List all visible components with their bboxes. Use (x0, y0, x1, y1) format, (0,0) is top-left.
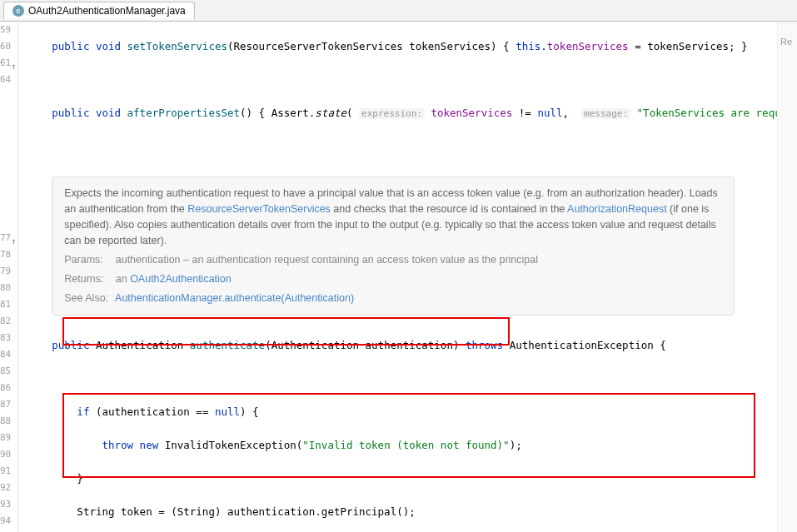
javadoc-popup: Expects the incoming authentication requ… (52, 177, 735, 316)
doc-returns: Returns: an OAuth2Authentication (64, 271, 722, 287)
code-line[interactable] (52, 72, 797, 88)
gutter-line[interactable]: 87 (0, 396, 11, 413)
code-area[interactable]: public void setTokenServices(ResourceSer… (18, 22, 797, 532)
gutter-line[interactable]: 61↑ (0, 55, 11, 72)
gutter-line[interactable]: 90 (0, 446, 11, 463)
gutter-doc-space (0, 88, 11, 230)
param-hint: message: (581, 108, 630, 119)
code-line[interactable] (52, 138, 797, 155)
gutter-line[interactable]: 86 (0, 380, 11, 396)
gutter-line[interactable]: 93 (0, 496, 11, 513)
gutter-line[interactable]: 85 (0, 363, 11, 380)
gutter-line[interactable]: 83 (0, 330, 11, 346)
gutter-line[interactable]: 94 (0, 513, 11, 530)
override-marker-icon[interactable]: ↑ (7, 58, 16, 67)
code-line[interactable] (52, 370, 797, 387)
doc-link[interactable]: AuthenticationManager.authenticate(Authe… (115, 292, 354, 304)
code-line[interactable]: throw new InvalidTokenException("Invalid… (52, 437, 797, 454)
doc-params: Params: authentication – an authenticati… (64, 252, 722, 268)
code-line[interactable]: String token = (String) authentication.g… (52, 504, 797, 520)
gutter-line[interactable]: 78 (0, 246, 11, 263)
gutter-line[interactable]: 77↑ (0, 230, 11, 246)
gutter-line[interactable]: 80 (0, 280, 11, 296)
gutter-line[interactable]: 81 (0, 296, 11, 313)
reader-mode-tag[interactable]: Re (780, 37, 792, 47)
code-line[interactable]: public void afterPropertiesSet() { Asser… (52, 105, 797, 122)
doc-see-also: See Also: AuthenticationManager.authenti… (64, 291, 722, 306)
gutter: 59 60 61↑ 64 77↑ 78 79 80 81 82 83 84 85… (0, 22, 18, 532)
gutter-line[interactable]: 84 (0, 346, 11, 363)
gutter-line[interactable]: 60 (0, 38, 11, 55)
editor: 59 60 61↑ 64 77↑ 78 79 80 81 82 83 84 85… (0, 22, 797, 532)
gutter-line[interactable]: 91 (0, 463, 11, 480)
doc-link[interactable]: AuthorizationRequest (567, 203, 667, 215)
code-line[interactable]: public Authentication authenticate(Authe… (52, 337, 797, 354)
doc-link[interactable]: OAuth2Authentication (130, 273, 232, 285)
tab-bar: c OAuth2AuthenticationManager.java (0, 0, 797, 22)
doc-link[interactable]: ResourceServerTokenServices (187, 203, 331, 215)
gutter-line[interactable]: 88 (0, 413, 11, 430)
gutter-line[interactable]: 89 (0, 430, 11, 446)
tab-filename: OAuth2AuthenticationManager.java (28, 5, 186, 17)
gutter-line[interactable]: 92 (0, 480, 11, 496)
tab-active[interactable]: c OAuth2AuthenticationManager.java (3, 2, 195, 19)
param-hint: expression: (359, 108, 425, 119)
gutter-line[interactable]: 64 (0, 72, 11, 88)
gutter-line[interactable]: 79 (0, 263, 11, 280)
class-icon: c (12, 5, 24, 17)
code-line[interactable]: if (authentication == null) { (52, 404, 797, 420)
gutter-line[interactable]: 82 (0, 313, 11, 330)
code-line[interactable]: public void setTokenServices(ResourceSer… (52, 38, 797, 55)
override-marker-icon[interactable]: ↑ (7, 233, 16, 241)
code-line[interactable]: } (52, 470, 797, 487)
gutter-line[interactable]: 59 (0, 22, 11, 38)
right-gutter[interactable] (777, 22, 797, 532)
